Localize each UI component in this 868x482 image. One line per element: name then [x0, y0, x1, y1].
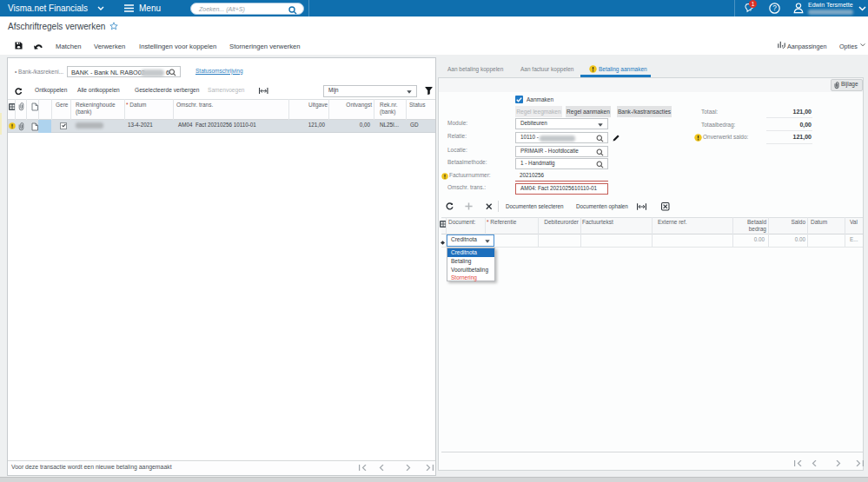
svg-text:?: ?	[772, 3, 777, 12]
